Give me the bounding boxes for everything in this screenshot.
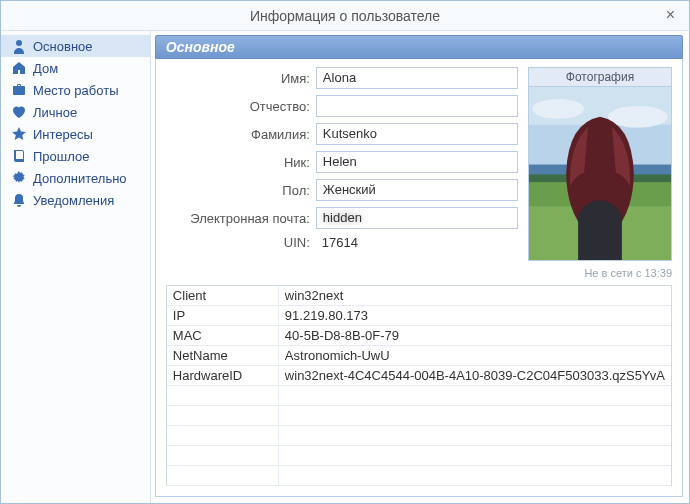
sidebar-item-1[interactable]: Дом bbox=[1, 57, 150, 79]
star-icon bbox=[11, 126, 27, 142]
grid-value: 91.219.80.173 bbox=[279, 306, 671, 325]
sidebar-item-2[interactable]: Место работы bbox=[1, 79, 150, 101]
info-grid: Clientwin32nextIP91.219.80.173MAC40-5B-D… bbox=[166, 285, 672, 486]
sidebar-item-label: Интересы bbox=[33, 127, 93, 142]
patronymic-label: Отчество: bbox=[166, 99, 316, 114]
email-label: Электронная почта: bbox=[166, 211, 316, 226]
table-row: .. bbox=[167, 446, 671, 466]
briefcase-icon bbox=[11, 82, 27, 98]
gender-label: Пол: bbox=[166, 183, 316, 198]
uin-label: UIN: bbox=[166, 235, 316, 250]
table-row[interactable]: Clientwin32next bbox=[167, 286, 671, 306]
grid-key: HardwareID bbox=[167, 366, 279, 385]
grid-value: win32next bbox=[279, 286, 671, 305]
grid-key: MAC bbox=[167, 326, 279, 345]
sidebar-item-5[interactable]: Прошлое bbox=[1, 145, 150, 167]
svg-point-2 bbox=[532, 99, 584, 119]
table-row[interactable]: NetNameAstronomich-UwU bbox=[167, 346, 671, 366]
table-row[interactable]: HardwareIDwin32next-4C4C4544-004B-4A10-8… bbox=[167, 366, 671, 386]
name-label: Имя: bbox=[166, 71, 316, 86]
close-icon[interactable]: × bbox=[660, 5, 681, 25]
table-row: .. bbox=[167, 426, 671, 446]
name-field[interactable]: Alona bbox=[316, 67, 518, 89]
patronymic-field[interactable] bbox=[316, 95, 518, 117]
photo-header: Фотография bbox=[528, 67, 672, 87]
sidebar-item-label: Дополнительно bbox=[33, 171, 127, 186]
grid-value: win32next-4C4C4544-004B-4A10-8039-C2C04F… bbox=[279, 366, 671, 385]
uin-value: 17614 bbox=[316, 235, 518, 250]
sidebar-item-7[interactable]: Уведомления bbox=[1, 189, 150, 211]
surname-label: Фамилия: bbox=[166, 127, 316, 142]
section-header: Основное bbox=[155, 35, 683, 59]
bell-icon bbox=[11, 192, 27, 208]
grid-key: IP bbox=[167, 306, 279, 325]
book-icon bbox=[11, 148, 27, 164]
gear-icon bbox=[11, 170, 27, 186]
nick-field[interactable]: Helen bbox=[316, 151, 518, 173]
email-field[interactable]: hidden bbox=[316, 207, 518, 229]
user-photo[interactable] bbox=[528, 87, 672, 261]
main-panel: Имя: Alona Отчество: Фамилия: Kutsenko Н… bbox=[155, 59, 683, 497]
nick-label: Ник: bbox=[166, 155, 316, 170]
table-row: .. bbox=[167, 386, 671, 406]
sidebar-item-label: Прошлое bbox=[33, 149, 89, 164]
surname-field[interactable]: Kutsenko bbox=[316, 123, 518, 145]
sidebar-item-label: Личное bbox=[33, 105, 77, 120]
sidebar-item-label: Место работы bbox=[33, 83, 119, 98]
grid-value: 40-5B-D8-8B-0F-79 bbox=[279, 326, 671, 345]
sidebar-item-6[interactable]: Дополнительно bbox=[1, 167, 150, 189]
table-row: .. bbox=[167, 406, 671, 426]
grid-key: NetName bbox=[167, 346, 279, 365]
svg-point-3 bbox=[608, 106, 668, 128]
table-row[interactable]: MAC40-5B-D8-8B-0F-79 bbox=[167, 326, 671, 346]
home-icon bbox=[11, 60, 27, 76]
sidebar-item-label: Уведомления bbox=[33, 193, 114, 208]
grid-value: Astronomich-UwU bbox=[279, 346, 671, 365]
person-icon bbox=[11, 38, 27, 54]
status-text: Не в сети с 13:39 bbox=[528, 267, 672, 279]
sidebar-item-label: Основное bbox=[33, 39, 93, 54]
table-row: .. bbox=[167, 466, 671, 486]
sidebar: ОсновноеДомМесто работыЛичноеИнтересыПро… bbox=[1, 31, 151, 503]
titlebar: Информация о пользователе × bbox=[1, 1, 689, 31]
sidebar-item-label: Дом bbox=[33, 61, 58, 76]
sidebar-item-4[interactable]: Интересы bbox=[1, 123, 150, 145]
window-title: Информация о пользователе bbox=[250, 8, 440, 24]
heart-icon bbox=[11, 104, 27, 120]
table-row[interactable]: IP91.219.80.173 bbox=[167, 306, 671, 326]
sidebar-item-0[interactable]: Основное bbox=[1, 35, 150, 57]
gender-field[interactable]: Женский bbox=[316, 179, 518, 201]
grid-key: Client bbox=[167, 286, 279, 305]
sidebar-item-3[interactable]: Личное bbox=[1, 101, 150, 123]
